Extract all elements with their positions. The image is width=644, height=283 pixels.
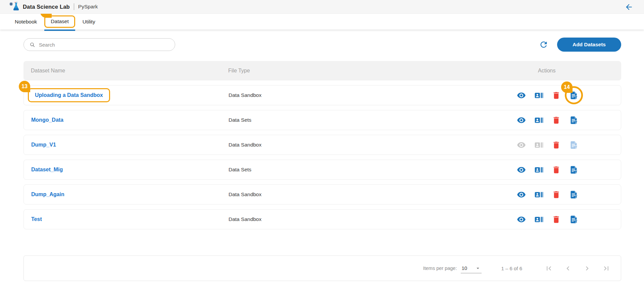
items-per-page-value: 10 — [461, 265, 467, 271]
tab-bar: Notebook 12 Dataset Utility — [0, 14, 644, 30]
details-card-icon[interactable] — [534, 116, 543, 125]
search-icon — [29, 42, 36, 48]
next-page-icon[interactable] — [583, 264, 592, 273]
file-type-cell: Data Sets — [229, 117, 517, 123]
previous-page-icon[interactable] — [563, 264, 573, 273]
view-eye-icon[interactable] — [517, 116, 526, 125]
dataset-name-link[interactable]: Dataset_Mig — [31, 167, 63, 172]
pagination-bar: Items per page: 10 1 – 6 of 6 — [23, 256, 621, 281]
dataset-name-cell: Test — [24, 216, 229, 222]
actions-cell — [517, 215, 621, 224]
actions-cell — [517, 116, 621, 125]
dataset-name-link[interactable]: Dump_Again — [31, 191, 64, 197]
main-content: Add Datasets Dataset Name File Type Acti… — [0, 38, 644, 281]
dataset-name-link[interactable]: Test — [31, 216, 42, 222]
table-row: Dump_V1 Data Sandbox — [23, 135, 621, 155]
search-input[interactable] — [39, 42, 169, 48]
view-eye-icon[interactable] — [517, 215, 526, 224]
chevron-down-icon — [475, 265, 481, 271]
table-header-row: Dataset Name File Type Actions — [23, 61, 621, 80]
actions-cell — [517, 140, 621, 150]
delete-trash-icon[interactable] — [552, 116, 561, 125]
file-type-cell: Data Sets — [229, 167, 517, 173]
delete-trash-icon[interactable] — [552, 215, 561, 224]
annotation-outline-dataset-name: 13 Uploading a Data Sandbox — [28, 88, 110, 102]
toolbar-row: Add Datasets — [23, 38, 621, 52]
table-row: Dataset_Mig Data Sets — [23, 160, 621, 180]
generate-file-filter-icon[interactable] — [569, 190, 578, 199]
table-row: 13 Uploading a Data Sandbox Data Sandbox… — [23, 85, 621, 105]
tab-utility[interactable]: Utility — [78, 15, 100, 29]
file-type-cell: Data Sandbox — [229, 142, 517, 148]
delete-trash-icon[interactable] — [552, 165, 561, 174]
table-row: Mongo_Data Data Sets — [23, 110, 621, 130]
view-eye-icon-disabled — [517, 140, 526, 150]
last-page-icon[interactable] — [602, 264, 611, 273]
generate-file-filter-icon[interactable] — [569, 116, 578, 125]
generate-file-filter-icon[interactable] — [569, 165, 578, 174]
file-type-cell: Data Sandbox — [229, 216, 517, 222]
add-datasets-button[interactable]: Add Datasets — [557, 38, 621, 52]
table-row: Dump_Again Data Sandbox — [23, 184, 621, 205]
generate-file-filter-icon[interactable] — [569, 215, 578, 224]
annotation-step-badge-14: 14 — [561, 81, 573, 93]
first-page-icon[interactable] — [544, 264, 553, 273]
column-header-dataset-name: Dataset Name — [23, 68, 228, 74]
app-logo-flask-icon — [9, 1, 19, 12]
dataset-name-link[interactable]: Uploading a Data Sandbox — [35, 92, 103, 98]
actions-cell: 14 — [517, 91, 621, 100]
page-range-label: 1 – 6 of 6 — [501, 266, 522, 271]
file-type-cell: Data Sandbox — [229, 191, 517, 197]
view-eye-icon[interactable] — [517, 190, 526, 199]
annotation-ring-generate-icon: 14 — [569, 91, 578, 100]
back-arrow-icon[interactable] — [625, 3, 633, 11]
view-eye-icon[interactable] — [517, 165, 526, 174]
details-card-icon[interactable] — [534, 190, 543, 199]
module-subtitle: PySpark — [78, 4, 98, 10]
items-per-page-label: Items per page: — [423, 266, 457, 271]
items-per-page-select[interactable]: 10 — [461, 264, 482, 273]
annotation-step-badge-13: 13 — [19, 81, 30, 92]
details-card-icon[interactable] — [534, 215, 543, 224]
dataset-name-cell: Dataset_Mig — [24, 167, 229, 173]
active-tab-indicator — [44, 30, 75, 31]
details-card-icon-disabled — [534, 140, 543, 150]
column-header-file-type: File Type — [228, 68, 517, 74]
file-type-cell: Data Sandbox — [229, 92, 517, 98]
delete-trash-icon[interactable] — [552, 190, 561, 199]
dataset-name-link[interactable]: Mongo_Data — [31, 117, 63, 123]
delete-trash-icon[interactable] — [552, 91, 561, 100]
dataset-name-link[interactable]: Dump_V1 — [31, 142, 56, 148]
table-row: Test Data Sandbox — [23, 209, 621, 229]
tab-notebook[interactable]: Notebook — [10, 15, 42, 29]
tab-dataset-wrap: 12 Dataset — [44, 15, 75, 28]
refresh-icon[interactable] — [539, 40, 548, 49]
delete-trash-icon[interactable] — [552, 140, 561, 150]
search-box[interactable] — [23, 38, 175, 51]
actions-cell — [517, 165, 621, 174]
dataset-name-cell: 13 Uploading a Data Sandbox — [24, 88, 229, 102]
datasets-table: Dataset Name File Type Actions 13 Upload… — [23, 61, 621, 229]
dataset-name-cell: Dump_Again — [24, 191, 229, 197]
details-card-icon[interactable] — [534, 165, 543, 174]
pager-controls — [544, 264, 611, 273]
view-eye-icon[interactable] — [517, 91, 526, 100]
app-title: Data Science Lab — [23, 4, 70, 10]
actions-cell — [517, 190, 621, 199]
generate-file-filter-icon-disabled — [569, 140, 578, 150]
title-divider — [74, 3, 74, 10]
dataset-name-cell: Mongo_Data — [24, 117, 229, 123]
top-header-bar: Data Science Lab PySpark — [0, 0, 644, 14]
column-header-actions: Actions — [517, 68, 621, 74]
details-card-icon[interactable] — [534, 91, 543, 100]
dataset-name-cell: Dump_V1 — [24, 142, 229, 148]
